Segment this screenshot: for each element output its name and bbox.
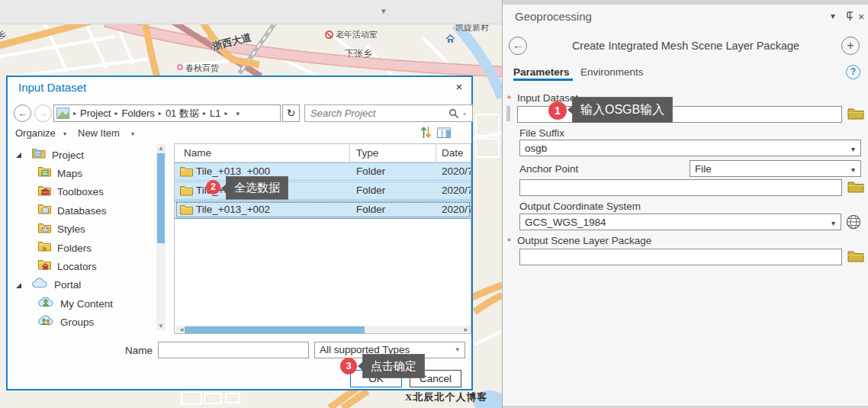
tree-item-label: Databases bbox=[57, 205, 107, 217]
name-label: Name bbox=[121, 345, 153, 356]
globe-icon[interactable] bbox=[846, 214, 861, 230]
file-row[interactable]: Tile_+013_+000Folder2020/7/ bbox=[175, 162, 471, 181]
expander-icon[interactable] bbox=[15, 278, 22, 292]
breadcrumb-separator-icon: ▸ bbox=[69, 110, 80, 117]
dialog-close-icon[interactable]: × bbox=[452, 80, 467, 95]
organize-menu[interactable]: Organize bbox=[15, 127, 56, 139]
anchor-point-combo[interactable]: File bbox=[690, 160, 861, 177]
tree-item-locators[interactable]: Locators bbox=[9, 257, 97, 275]
step-badge-1: 1 bbox=[548, 101, 567, 120]
tree-item-label: Styles bbox=[57, 223, 85, 235]
search-input[interactable]: Search Project ▾ bbox=[304, 104, 473, 122]
forward-button[interactable]: → bbox=[34, 104, 52, 122]
breadcrumb-caret-icon[interactable]: ▾ bbox=[236, 110, 240, 117]
multivalue-handle bbox=[506, 106, 510, 121]
file-name: Tile_+013_+000 bbox=[196, 165, 270, 177]
folder-project-icon bbox=[32, 148, 46, 162]
browse-folder-icon[interactable] bbox=[847, 250, 866, 265]
anchor-file-field[interactable] bbox=[519, 179, 842, 196]
output-slpk-field[interactable] bbox=[519, 249, 842, 265]
back-button[interactable]: ← bbox=[14, 104, 31, 122]
map-place-label: 老年活动室 bbox=[336, 29, 378, 40]
tree-item-label: Locators bbox=[57, 261, 97, 272]
tree-item-folders[interactable]: Folders bbox=[9, 239, 92, 257]
required-asterisk: * bbox=[507, 93, 511, 104]
file-type: Folder bbox=[356, 204, 385, 215]
add-tool-button[interactable]: + bbox=[841, 37, 860, 55]
cloud-group-icon bbox=[38, 315, 54, 329]
cloud-icon bbox=[32, 278, 48, 292]
input-dataset-label: Input Dataset bbox=[517, 92, 578, 104]
chevron-down-icon[interactable]: ▾ bbox=[381, 6, 386, 16]
breadcrumb[interactable]: ▸Project▸Folders▸01 数据▸L1▸ ▾ bbox=[53, 104, 281, 122]
breadcrumb-item[interactable]: L1 bbox=[210, 108, 220, 119]
tool-title: Create Integrated Mesh Scene Layer Packa… bbox=[536, 40, 835, 52]
anchor-point-label: Anchor Point bbox=[519, 163, 578, 175]
tree-scroll-thumb[interactable] bbox=[157, 153, 165, 243]
column-header-name[interactable]: Name bbox=[184, 144, 211, 162]
folder-folders-icon bbox=[38, 241, 51, 255]
tree-item-toolboxes[interactable]: Toolboxes bbox=[9, 183, 104, 201]
h-scroll-thumb[interactable] bbox=[185, 326, 365, 333]
file-date: 2020/7/ bbox=[442, 165, 471, 177]
tab-environments[interactable]: Environments bbox=[580, 66, 644, 78]
tree-item-portal[interactable]: Portal bbox=[9, 276, 81, 294]
panel-close-icon[interactable]: × bbox=[858, 11, 864, 23]
tooltip-step-2: 全选数据 bbox=[226, 176, 288, 200]
scroll-right-icon[interactable]: ► bbox=[461, 326, 471, 333]
breadcrumb-item[interactable]: 01 数据 bbox=[166, 107, 199, 120]
breadcrumb-item[interactable]: Project bbox=[80, 108, 111, 119]
file-row[interactable]: Tile_+013_+002Folder2020/7/ bbox=[175, 201, 471, 219]
tree-item-label: Project bbox=[52, 149, 84, 161]
tree-item-my-content[interactable]: My Content bbox=[9, 294, 113, 313]
list-h-scrollbar[interactable]: ◄ ► bbox=[175, 326, 471, 334]
folder-icon bbox=[180, 204, 193, 218]
file-suffix-combo[interactable]: osgb bbox=[519, 140, 861, 156]
tree-item-label: Groups bbox=[60, 316, 94, 328]
file-list: Name Type Date Tile_+013_+000Folder2020/… bbox=[174, 143, 471, 334]
tree-item-label: Toolboxes bbox=[57, 186, 104, 198]
refresh-button[interactable]: ↻ bbox=[282, 104, 300, 122]
input-dataset-dialog: Input Dataset × ← → ↑ ▸Project▸Folders▸0… bbox=[6, 75, 473, 390]
tree-item-label: My Content bbox=[60, 298, 113, 310]
browse-folder-icon[interactable] bbox=[847, 108, 866, 123]
file-suffix-label: File Suffix bbox=[519, 127, 564, 139]
map-place-label: 乡 bbox=[0, 29, 6, 42]
project-thumbnail-icon bbox=[56, 108, 69, 119]
tree-item-label: Folders bbox=[57, 243, 92, 254]
catalog-tree: ProjectMapsToolboxesDatabasesStylesFolde… bbox=[9, 144, 156, 330]
column-header-type[interactable]: Type bbox=[356, 144, 378, 162]
expander-icon[interactable] bbox=[15, 148, 22, 162]
breadcrumb-item[interactable]: Folders bbox=[122, 108, 155, 119]
tool-back-button[interactable]: ← bbox=[509, 37, 527, 55]
scroll-down-icon[interactable]: ▼ bbox=[156, 323, 166, 329]
scroll-up-icon[interactable]: ▲ bbox=[156, 145, 166, 152]
organize-caret-icon: ▾ bbox=[63, 130, 66, 137]
columns-view-icon[interactable] bbox=[437, 127, 451, 138]
folder-icon bbox=[180, 166, 193, 180]
tree-item-project[interactable]: Project bbox=[9, 146, 84, 164]
output-cs-combo[interactable]: GCS_WGS_1984 bbox=[519, 214, 841, 230]
pin-icon[interactable] bbox=[846, 11, 854, 21]
new-item-menu[interactable]: New Item bbox=[78, 127, 120, 139]
tree-scrollbar[interactable]: ▲ ▼ bbox=[156, 144, 166, 330]
tree-item-groups[interactable]: Groups bbox=[9, 313, 94, 330]
column-divider[interactable] bbox=[436, 144, 436, 162]
new-item-caret-icon: ▾ bbox=[131, 130, 134, 137]
column-header-date[interactable]: Date bbox=[442, 144, 464, 162]
sort-icon[interactable] bbox=[420, 126, 432, 139]
output-slpk-label: Output Scene Layer Package bbox=[517, 235, 651, 246]
tree-item-label: Portal bbox=[54, 279, 81, 291]
name-input[interactable] bbox=[158, 342, 309, 358]
tree-item-databases[interactable]: Databases bbox=[9, 201, 107, 220]
tab-parameters[interactable]: Parameters bbox=[513, 66, 570, 78]
tree-item-maps[interactable]: Maps bbox=[9, 164, 82, 182]
help-icon[interactable]: ? bbox=[846, 65, 860, 79]
folder-database-icon bbox=[38, 204, 51, 217]
column-divider[interactable] bbox=[349, 144, 350, 162]
search-caret-icon[interactable]: ▾ bbox=[463, 111, 466, 117]
tree-item-styles[interactable]: Styles bbox=[9, 220, 85, 239]
tooltip-step-3: 点击确定 bbox=[362, 354, 425, 378]
browse-folder-icon[interactable] bbox=[847, 181, 866, 196]
panel-menu-caret-icon[interactable]: ▾ bbox=[831, 11, 835, 21]
